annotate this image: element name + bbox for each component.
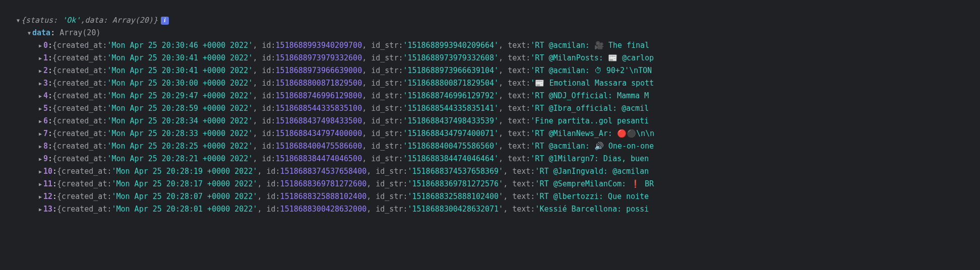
text-value: 'RT @NDJ_Official: Mamma M <box>530 90 649 102</box>
expand-arrow-icon[interactable] <box>37 90 43 102</box>
colon: : <box>50 27 59 39</box>
id-key: , id: <box>253 115 275 127</box>
array-index: 13 <box>43 203 52 216</box>
array-item-row[interactable]: 12: {created_at: 'Mon Apr 25 20:28:07 +0… <box>0 190 980 203</box>
array-item-row[interactable]: 5: {created_at: 'Mon Apr 25 20:28:59 +00… <box>0 102 980 115</box>
id-str-value: '1518688300428632071' <box>407 203 503 216</box>
comma: , <box>80 14 85 27</box>
created-at-key: {created_at: <box>52 153 107 165</box>
array-item-row[interactable]: 10: {created_at: 'Mon Apr 25 20:28:19 +0… <box>0 165 980 178</box>
expand-arrow-icon[interactable] <box>37 127 43 140</box>
colon: : <box>52 165 57 178</box>
expand-arrow-icon[interactable] <box>37 64 43 77</box>
id-str-key: , id_str: <box>366 203 407 216</box>
expand-arrow-icon[interactable] <box>37 77 43 90</box>
colon: : <box>48 39 52 52</box>
data-array-row[interactable]: data: Array(20) <box>0 27 980 39</box>
array-item-row[interactable]: 6: {created_at: 'Mon Apr 25 20:28:34 +00… <box>0 115 980 127</box>
array-item-row[interactable]: 11: {created_at: 'Mon Apr 25 20:28:17 +0… <box>0 178 980 190</box>
id-str-key: , id_str: <box>362 102 403 115</box>
id-key: , id: <box>253 102 275 115</box>
text-value: 'Kessié Barcellona: possi <box>535 203 649 216</box>
expand-arrow-icon[interactable] <box>37 203 43 216</box>
text-value: 'RT @SempreMilanCom: ❗ BR <box>535 178 654 190</box>
created-at-key: {created_at: <box>52 64 107 77</box>
array-item-row[interactable]: 13: {created_at: 'Mon Apr 25 20:28:01 +0… <box>0 203 980 216</box>
id-value: 1518688437498433500 <box>276 115 362 127</box>
expand-arrow-icon[interactable] <box>37 153 43 165</box>
array-item-row[interactable]: 9: {created_at: 'Mon Apr 25 20:28:21 +00… <box>0 153 980 165</box>
array-index: 12 <box>43 190 52 203</box>
brace-open: { <box>21 14 26 27</box>
array-index: 2 <box>43 64 48 77</box>
text-value: 'RT @acmilan: ⏱ 90+2'\nTON <box>530 64 652 77</box>
created-at-key: {created_at: <box>57 203 111 216</box>
expand-arrow-icon[interactable] <box>37 39 43 52</box>
colon: : <box>48 77 52 90</box>
id-str-value: '1518688325888102400' <box>407 190 503 203</box>
text-value: 'RT @MilanPosts: 📰 @carlop <box>530 52 654 64</box>
array-index: 0 <box>43 39 48 52</box>
array-index: 1 <box>43 52 48 64</box>
array-index: 11 <box>43 178 52 190</box>
created-at-value: 'Mon Apr 25 20:30:41 +0000 2022' <box>107 52 253 64</box>
text-key: , text: <box>503 165 535 178</box>
expand-arrow-icon[interactable] <box>37 190 43 203</box>
expand-arrow-icon[interactable] <box>26 27 32 39</box>
colon: : <box>48 140 52 153</box>
colon: : <box>48 153 52 165</box>
created-at-value: 'Mon Apr 25 20:28:33 +0000 2022' <box>107 127 253 140</box>
id-value: 1518688993940209700 <box>276 39 362 52</box>
id-value: 1518688325888102400 <box>280 190 367 203</box>
expand-arrow-icon[interactable] <box>37 115 43 127</box>
created-at-value: 'Mon Apr 25 20:30:46 +0000 2022' <box>107 39 253 52</box>
colon: : <box>48 64 52 77</box>
id-value: 1518688374537658400 <box>280 165 367 178</box>
id-key: , id: <box>253 90 275 102</box>
id-str-value: '1518688544335835141' <box>403 102 499 115</box>
created-at-value: 'Mon Apr 25 20:28:59 +0000 2022' <box>107 102 253 115</box>
status-value: 'Ok' <box>62 14 80 27</box>
id-str-value: '1518688400475586560' <box>403 140 499 153</box>
id-str-key: , id_str: <box>366 190 407 203</box>
array-index: 3 <box>43 77 48 90</box>
id-key: , id: <box>257 190 280 203</box>
id-value: 1518688800871829500 <box>276 77 362 90</box>
array-item-row[interactable]: 7: {created_at: 'Mon Apr 25 20:28:33 +00… <box>0 127 980 140</box>
text-value: 'RT @acmilan: 🎥 The final <box>530 39 649 52</box>
id-key: , id: <box>253 52 275 64</box>
id-str-value: '1518688800871829504' <box>403 77 499 90</box>
id-value: 1518688973966639000 <box>276 64 362 77</box>
expand-arrow-icon[interactable] <box>15 14 21 27</box>
status-key: status: <box>26 14 57 27</box>
array-item-row[interactable]: 2: {created_at: 'Mon Apr 25 20:30:41 +00… <box>0 64 980 77</box>
root-object-row[interactable]: {status: 'Ok', data: Array(20)} i <box>0 14 980 27</box>
text-key: , text: <box>503 203 535 216</box>
expand-arrow-icon[interactable] <box>37 102 43 115</box>
id-str-key: , id_str: <box>362 77 403 90</box>
expand-arrow-icon[interactable] <box>37 178 43 190</box>
array-item-row[interactable]: 1: {created_at: 'Mon Apr 25 20:30:41 +00… <box>0 52 980 64</box>
created-at-key: {created_at: <box>52 90 107 102</box>
brace-close: } <box>153 14 158 27</box>
created-at-value: 'Mon Apr 25 20:28:34 +0000 2022' <box>107 115 253 127</box>
expand-arrow-icon[interactable] <box>37 165 43 178</box>
id-key: , id: <box>257 203 280 216</box>
array-item-row[interactable]: 0: {created_at: 'Mon Apr 25 20:30:46 +00… <box>0 39 980 52</box>
array-index: 9 <box>43 153 48 165</box>
text-key: , text: <box>499 102 530 115</box>
id-str-value: '1518688374537658369' <box>407 165 503 178</box>
created-at-value: 'Mon Apr 25 20:28:01 +0000 2022' <box>111 203 257 216</box>
expand-arrow-icon[interactable] <box>37 52 43 64</box>
array-item-row[interactable]: 3: {created_at: 'Mon Apr 25 20:30:00 +00… <box>0 77 980 90</box>
id-str-key: , id_str: <box>362 127 403 140</box>
id-key: , id: <box>253 140 275 153</box>
array-item-row[interactable]: 4: {created_at: 'Mon Apr 25 20:29:47 +00… <box>0 90 980 102</box>
colon: : <box>52 178 57 190</box>
created-at-value: 'Mon Apr 25 20:29:47 +0000 2022' <box>107 90 253 102</box>
array-item-row[interactable]: 8: {created_at: 'Mon Apr 25 20:28:25 +00… <box>0 140 980 153</box>
expand-arrow-icon[interactable] <box>37 140 43 153</box>
info-icon[interactable]: i <box>161 17 169 25</box>
text-value: 'RT @JanIngvald: @acmilan <box>535 165 649 178</box>
created-at-key: {created_at: <box>52 127 107 140</box>
